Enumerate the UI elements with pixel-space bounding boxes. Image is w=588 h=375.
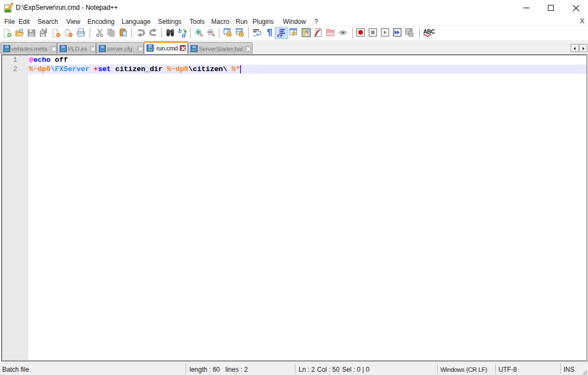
svg-text:b: b bbox=[179, 27, 182, 35]
svg-text:ABC: ABC bbox=[423, 28, 435, 35]
